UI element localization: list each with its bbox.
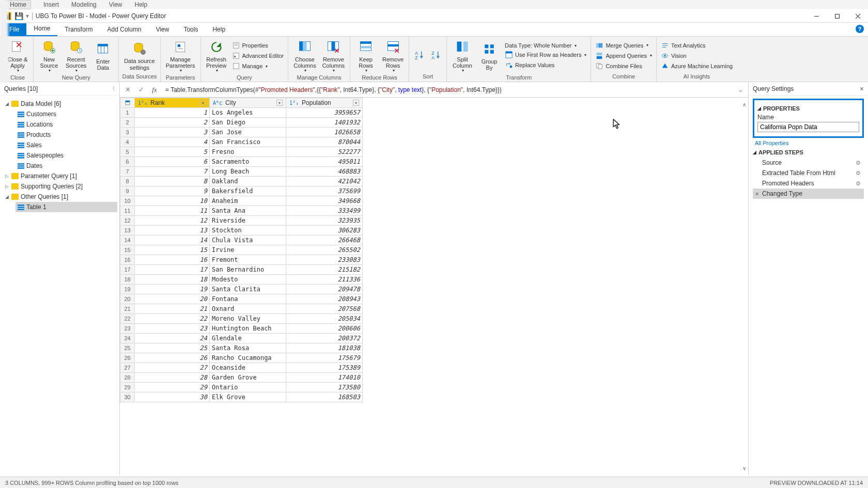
shell-menu-modeling[interactable]: Modeling bbox=[71, 1, 97, 8]
table-row[interactable]: 23 23 Huntington Beach 200606 bbox=[120, 324, 363, 334]
cell-city[interactable]: Fremont bbox=[210, 255, 286, 265]
row-header[interactable]: 30 bbox=[120, 392, 135, 402]
cell-rank[interactable]: 15 bbox=[135, 245, 210, 255]
cell-city[interactable]: Moreno Valley bbox=[210, 314, 286, 324]
cell-population[interactable]: 266468 bbox=[286, 235, 363, 245]
cell-city[interactable]: San Diego bbox=[210, 118, 286, 128]
cell-rank[interactable]: 21 bbox=[135, 304, 210, 314]
row-header[interactable]: 3 bbox=[120, 128, 135, 137]
azure-ml-button[interactable]: Azure Machine Learning bbox=[660, 61, 734, 71]
recent-sources-button[interactable]: Recent Sources▾ bbox=[64, 38, 88, 74]
cell-city[interactable]: Elk Grove bbox=[210, 392, 286, 402]
cell-rank[interactable]: 6 bbox=[135, 157, 210, 167]
cell-rank[interactable]: 16 bbox=[135, 255, 210, 265]
column-header-population[interactable]: 1²₃Population▾ bbox=[286, 98, 363, 108]
merge-queries-button[interactable]: Merge Queries▾ bbox=[594, 41, 653, 50]
tab-tools[interactable]: Tools bbox=[176, 23, 205, 36]
table-row[interactable]: 7 7 Long Beach 468883 bbox=[120, 167, 363, 177]
cell-rank[interactable]: 11 bbox=[135, 206, 210, 216]
table-row[interactable]: 27 27 Oceanside 175389 bbox=[120, 363, 363, 373]
row-header[interactable]: 9 bbox=[120, 186, 135, 196]
cell-city[interactable]: Bakersfield bbox=[210, 186, 286, 196]
cell-population[interactable]: 200606 bbox=[286, 324, 363, 334]
query-group[interactable]: ◢Other Queries [1] bbox=[2, 192, 117, 202]
row-header[interactable]: 13 bbox=[120, 226, 135, 235]
cell-city[interactable]: Stockton bbox=[210, 226, 286, 235]
cell-city[interactable]: Huntington Beach bbox=[210, 324, 286, 334]
tab-add-column[interactable]: Add Column bbox=[100, 23, 149, 36]
text-analytics-button[interactable]: Text Analytics bbox=[660, 41, 734, 50]
cell-population[interactable]: 522277 bbox=[286, 147, 363, 157]
row-header[interactable]: 7 bbox=[120, 167, 135, 177]
data-grid[interactable]: 1²₃Rank▾ AᴮcCity▾ 1²₃Population▾ 1 1 Los… bbox=[120, 98, 363, 402]
cell-rank[interactable]: 24 bbox=[135, 334, 210, 343]
row-header[interactable]: 28 bbox=[120, 373, 135, 383]
help-icon[interactable]: ? bbox=[856, 25, 864, 33]
cell-population[interactable]: 1026658 bbox=[286, 128, 363, 137]
expander-icon[interactable]: ◢ bbox=[4, 101, 9, 106]
query-item[interactable]: Customers bbox=[16, 109, 117, 119]
cell-city[interactable]: Anaheim bbox=[210, 196, 286, 206]
cell-population[interactable]: 870044 bbox=[286, 137, 363, 147]
cell-population[interactable]: 265502 bbox=[286, 245, 363, 255]
row-header[interactable]: 14 bbox=[120, 235, 135, 245]
cell-population[interactable]: 1401932 bbox=[286, 118, 363, 128]
applied-step[interactable]: Source⚙ bbox=[753, 158, 864, 168]
row-header[interactable]: 15 bbox=[120, 245, 135, 255]
row-header[interactable]: 6 bbox=[120, 157, 135, 167]
cell-rank[interactable]: 12 bbox=[135, 216, 210, 226]
column-header-rank[interactable]: 1²₃Rank▾ bbox=[135, 98, 210, 108]
cell-city[interactable]: Santa Ana bbox=[210, 206, 286, 216]
cell-rank[interactable]: 1 bbox=[135, 108, 210, 118]
row-header[interactable]: 23 bbox=[120, 324, 135, 334]
cell-population[interactable]: 205034 bbox=[286, 314, 363, 324]
cell-population[interactable]: 211336 bbox=[286, 275, 363, 285]
cell-population[interactable]: 3959657 bbox=[286, 108, 363, 118]
replace-values-button[interactable]: Replace Values bbox=[504, 60, 587, 70]
cell-city[interactable]: Ontario bbox=[210, 383, 286, 392]
row-header[interactable]: 16 bbox=[120, 255, 135, 265]
cell-population[interactable]: 181038 bbox=[286, 343, 363, 353]
table-row[interactable]: 12 12 Riverside 323935 bbox=[120, 216, 363, 226]
cell-city[interactable]: Glendale bbox=[210, 334, 286, 343]
cell-rank[interactable]: 14 bbox=[135, 235, 210, 245]
row-header[interactable]: 1 bbox=[120, 108, 135, 118]
cell-rank[interactable]: 23 bbox=[135, 324, 210, 334]
tab-view[interactable]: View bbox=[149, 23, 177, 36]
row-header[interactable]: 4 bbox=[120, 137, 135, 147]
advanced-editor-button[interactable]: Advanced Editor bbox=[231, 51, 285, 60]
shell-menu-home[interactable]: Home bbox=[5, 0, 31, 9]
cell-city[interactable]: Oceanside bbox=[210, 363, 286, 373]
cell-population[interactable]: 209478 bbox=[286, 285, 363, 294]
query-item[interactable]: Salespeoples bbox=[16, 150, 117, 161]
cell-city[interactable]: Modesto bbox=[210, 275, 286, 285]
cell-city[interactable]: Long Beach bbox=[210, 167, 286, 177]
cell-rank[interactable]: 19 bbox=[135, 285, 210, 294]
query-settings-close-icon[interactable]: × bbox=[860, 85, 864, 93]
table-row[interactable]: 18 18 Modesto 211336 bbox=[120, 275, 363, 285]
manage-query-button[interactable]: Manage▾ bbox=[231, 61, 285, 71]
row-header[interactable]: 27 bbox=[120, 363, 135, 373]
applied-step[interactable]: Promoted Headers⚙ bbox=[753, 178, 864, 188]
cell-city[interactable]: Irvine bbox=[210, 245, 286, 255]
table-row[interactable]: 5 5 Fresno 522277 bbox=[120, 147, 363, 157]
query-item[interactable]: Sales bbox=[16, 140, 117, 150]
cell-city[interactable]: Santa Clarita bbox=[210, 285, 286, 294]
cell-city[interactable]: Los Angeles bbox=[210, 108, 286, 118]
row-header[interactable]: 12 bbox=[120, 216, 135, 226]
query-group[interactable]: ▷Parameter Query [1] bbox=[2, 171, 117, 181]
query-item[interactable]: Table 1 bbox=[16, 202, 117, 212]
use-first-row-button[interactable]: Use First Row as Headers▾ bbox=[504, 50, 587, 59]
table-row[interactable]: 11 11 Santa Ana 333499 bbox=[120, 206, 363, 216]
query-item[interactable]: Products bbox=[16, 130, 117, 140]
table-row[interactable]: 20 20 Fontana 208943 bbox=[120, 294, 363, 304]
shell-menu-view[interactable]: View bbox=[109, 1, 122, 8]
data-source-settings-button[interactable]: Data source settings bbox=[122, 39, 157, 71]
expander-icon[interactable]: ▷ bbox=[4, 174, 9, 179]
remove-columns-button[interactable]: Remove Columns▾ bbox=[320, 38, 347, 74]
formula-expand-button[interactable]: ⌄ bbox=[735, 84, 746, 96]
table-row[interactable]: 9 9 Bakersfield 375699 bbox=[120, 186, 363, 196]
filter-icon[interactable]: ▾ bbox=[200, 100, 206, 106]
close-apply-button[interactable]: Close & Apply ▾ bbox=[5, 38, 30, 74]
cell-population[interactable]: 468883 bbox=[286, 167, 363, 177]
